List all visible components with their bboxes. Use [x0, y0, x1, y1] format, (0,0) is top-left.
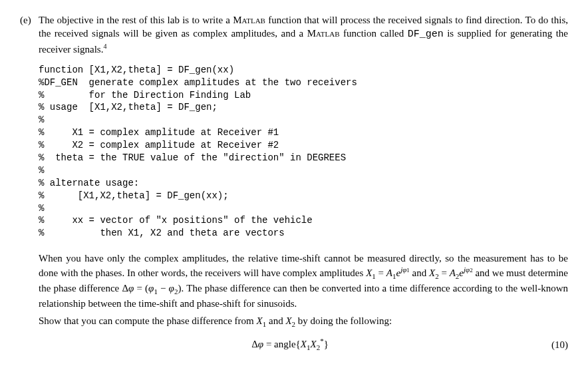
- prompt-X2: X: [285, 315, 291, 326]
- problem-item: (e) The objective in the rest of this la…: [20, 13, 568, 353]
- code-line-13: % xx = vector of "x positions" of the ve…: [39, 215, 313, 226]
- code-line-9: %: [39, 165, 44, 176]
- equation-body: Δφ = angle{X1X2*}: [39, 336, 541, 353]
- math-and: and: [410, 268, 429, 278]
- footnote-marker: 4: [103, 43, 106, 50]
- math-A2: A: [450, 268, 456, 278]
- math-A1: A: [386, 268, 392, 278]
- eq-X1: X: [301, 339, 307, 349]
- prompt-X1: X: [257, 315, 263, 326]
- eq-delta: Δ: [251, 339, 258, 349]
- code-line-6: % X1 = complex amplitude at Receiver #1: [39, 127, 279, 138]
- prompt-and: and: [266, 315, 285, 326]
- code-line-10: % alternate usage:: [39, 178, 139, 188]
- code-line-8: % theta = the TRUE value of the "directi…: [39, 152, 346, 163]
- eq-eq: = angle{: [263, 339, 301, 349]
- math-eq1: =: [376, 268, 386, 278]
- code-line-12: %: [39, 203, 44, 214]
- math-exp2: jφ2: [464, 266, 473, 274]
- prompt-a: Show that you can compute the phase diff…: [39, 315, 257, 326]
- show-prompt: Show that you can compute the phase diff…: [39, 314, 568, 329]
- math-p2: φ: [169, 283, 174, 293]
- code-line-5: %: [39, 114, 44, 125]
- matlab-smallcaps-2: Matlab: [307, 28, 340, 39]
- code-line-3: % for the Direction Finding Lab: [39, 90, 251, 100]
- code-line-11: % [X1,X2,theta] = DF_gen(xx);: [39, 190, 229, 201]
- math-e2: e: [459, 268, 464, 278]
- math-eqparen: = (: [134, 283, 148, 293]
- prompt-b: by doing the following:: [295, 315, 392, 326]
- math-eq2: =: [439, 268, 450, 278]
- eq-phi: φ: [258, 339, 263, 349]
- intro-text-1: The objective in the rest of this lab is…: [39, 15, 233, 25]
- intro-paragraph: The objective in the rest of this lab is…: [39, 13, 568, 56]
- math-X1: X: [366, 268, 372, 278]
- math-minus: −: [158, 283, 169, 293]
- code-line-14: % then X1, X2 and theta are vectors: [39, 228, 285, 238]
- math-X2: X: [429, 268, 435, 278]
- equation-number: (10): [541, 338, 568, 351]
- item-body: The objective in the rest of this lab is…: [39, 13, 568, 353]
- code-line-4: % usage [X1,X2,theta] = DF_gen;: [39, 102, 218, 112]
- equation-line: Δφ = angle{X1X2*} (10): [39, 336, 568, 353]
- intro-text-3: function called: [340, 28, 408, 39]
- math-close: ).: [178, 283, 186, 293]
- code-line-2: %DF_GEN generate complex amplitudes at t…: [39, 77, 357, 88]
- eq-X2: X: [310, 339, 316, 349]
- item-marker: (e): [20, 13, 33, 353]
- code-block: function [X1,X2,theta] = DF_gen(xx) %DF_…: [39, 64, 568, 240]
- df-gen-tt: DF_gen: [408, 29, 444, 40]
- matlab-smallcaps-1: Matlab: [233, 15, 265, 25]
- phase-paragraph: When you have only the complex amplitude…: [39, 252, 568, 310]
- code-line-7: % X2 = complex amplitude at Receiver #2: [39, 140, 279, 150]
- code-line-1: function [X1,X2,theta] = DF_gen(xx): [39, 65, 234, 75]
- eq-close: }: [324, 339, 329, 349]
- math-exp1: jφ1: [400, 266, 410, 274]
